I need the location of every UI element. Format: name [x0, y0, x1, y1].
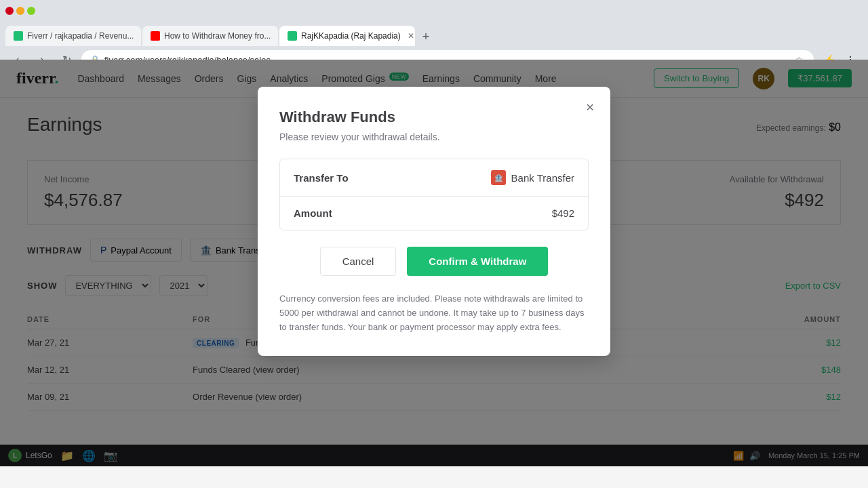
browser-chrome: Fiverr / rajkapadia / Revenu... ✕ How to… — [0, 0, 868, 60]
amount-label: Amount — [294, 207, 552, 219]
tab-favicon-2 — [151, 31, 160, 41]
confirm-withdraw-button[interactable]: Confirm & Withdraw — [407, 247, 548, 276]
tab-favicon-1 — [14, 31, 23, 41]
tabs-bar: Fiverr / rajkapadia / Revenu... ✕ How to… — [0, 22, 868, 46]
bank-transfer-icon: 🏦 — [491, 170, 506, 185]
browser-tab-3[interactable]: RajKKapadia (Raj Kapadia) ✕ — [279, 26, 415, 46]
tab-favicon-3 — [288, 31, 297, 41]
transfer-to-value: 🏦 Bank Transfer — [491, 170, 574, 185]
page-content: fiverr. Dashboard Messages Orders Gigs A… — [0, 60, 868, 466]
new-tab-button[interactable]: + — [416, 27, 435, 46]
tab-label-3: RajKKapadia (Raj Kapadia) — [301, 31, 401, 41]
close-window-button[interactable] — [5, 7, 14, 15]
transfer-to-text: Bank Transfer — [511, 172, 574, 184]
modal-overlay: × Withdraw Funds Please review your with… — [0, 60, 868, 466]
modal-subtitle: Please review your withdrawal details. — [279, 131, 589, 142]
tab-label-2: How to Withdraw Money fro... — [164, 31, 271, 41]
window-controls — [5, 7, 35, 15]
transfer-to-label: Transfer To — [294, 172, 491, 184]
browser-tab-2[interactable]: How to Withdraw Money fro... ✕ — [142, 26, 278, 46]
tab-label-1: Fiverr / rajkapadia / Revenu... — [27, 31, 134, 41]
amount-row: Amount $492 — [280, 197, 588, 230]
tab-close-1[interactable]: ✕ — [140, 31, 141, 41]
title-bar — [0, 0, 868, 22]
withdrawal-details-box: Transfer To 🏦 Bank Transfer Amount $492 — [279, 159, 589, 230]
maximize-window-button[interactable] — [27, 7, 35, 15]
tab-close-2[interactable]: ✕ — [277, 31, 278, 41]
withdraw-modal: × Withdraw Funds Please review your with… — [258, 87, 610, 356]
modal-close-button[interactable]: × — [580, 98, 599, 117]
modal-buttons: Cancel Confirm & Withdraw — [279, 247, 589, 276]
modal-title: Withdraw Funds — [279, 108, 589, 126]
minimize-window-button[interactable] — [16, 7, 24, 15]
amount-value: $492 — [552, 207, 574, 219]
browser-tab-1[interactable]: Fiverr / rajkapadia / Revenu... ✕ — [5, 26, 141, 46]
cancel-button[interactable]: Cancel — [320, 247, 397, 276]
withdrawal-notice: Currency conversion fees are included. P… — [279, 292, 589, 334]
tab-close-3[interactable]: ✕ — [408, 31, 414, 41]
transfer-to-row: Transfer To 🏦 Bank Transfer — [280, 159, 588, 197]
